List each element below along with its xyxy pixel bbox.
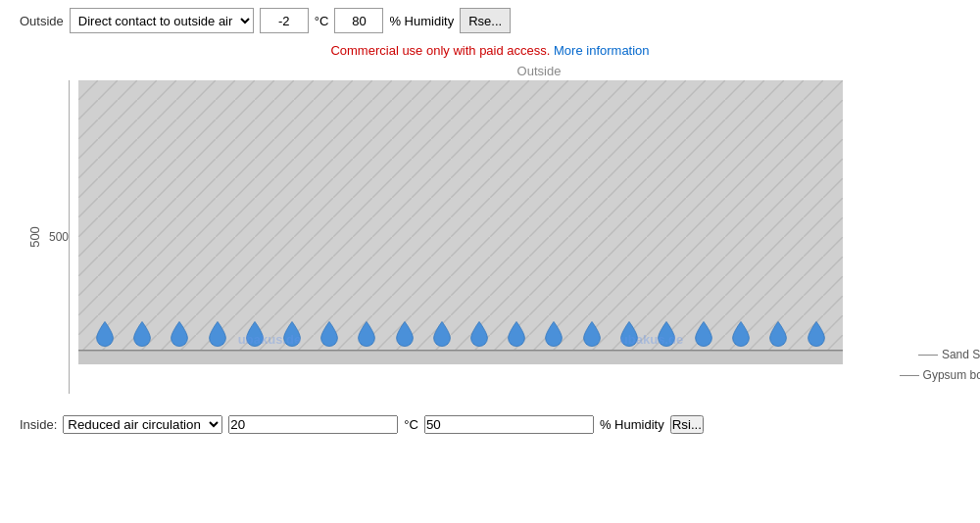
inside-temp-input[interactable] [228, 415, 398, 434]
droplet-10 [431, 320, 453, 351]
inside-temp-unit: °C [404, 417, 418, 432]
inside-humidity-input[interactable] [424, 415, 594, 434]
droplets-container [78, 320, 843, 351]
droplet-15 [618, 320, 640, 351]
outside-temp-input[interactable] [260, 8, 309, 33]
droplet-20 [806, 320, 827, 351]
baseline [78, 350, 843, 351]
outside-humidity-input[interactable] [334, 8, 383, 33]
inside-type-select[interactable]: Reduced air circulation Normal air circu… [63, 415, 222, 434]
droplet-12 [506, 320, 527, 351]
droplet-17 [693, 320, 714, 351]
droplet-7 [318, 320, 340, 351]
outside-axis-label: Outside [118, 64, 960, 78]
droplet-4 [207, 320, 228, 351]
wall-layer [78, 80, 843, 353]
droplet-3 [169, 320, 190, 351]
inside-label: Inside: [20, 417, 57, 432]
gypsum-label: Gypsum board (12,5mm) [900, 368, 980, 382]
droplet-13 [543, 320, 564, 351]
y-tick: 500 [49, 230, 69, 244]
commercial-paid-text: Commercial use only with paid access. [330, 43, 550, 58]
commercial-notice: Commercial use only with paid access. Mo… [0, 41, 980, 64]
rsi-button[interactable]: Rsi... [670, 415, 704, 434]
droplet-14 [581, 320, 603, 351]
more-info-link[interactable]: More information [554, 43, 650, 58]
droplet-1 [94, 320, 116, 351]
outside-humidity-unit: % Humidity [389, 14, 454, 28]
droplet-18 [730, 320, 752, 351]
droplet-6 [281, 320, 303, 351]
y-axis-label: 500 [27, 226, 42, 248]
outside-label: Outside [20, 14, 64, 28]
droplet-16 [656, 320, 677, 351]
droplet-5 [244, 320, 266, 351]
droplet-19 [767, 320, 789, 351]
inside-humidity-unit: % Humidity [600, 417, 664, 432]
outside-temp-unit: °C [315, 14, 329, 28]
droplet-9 [394, 320, 416, 351]
gypsum-layer [78, 351, 843, 364]
top-bar: Outside Direct contact to outside air °C… [0, 0, 980, 41]
bottom-bar: Inside: Reduced air circulation Normal a… [0, 405, 980, 444]
droplet-8 [356, 320, 377, 351]
droplet-2 [131, 320, 153, 351]
outside-type-select[interactable]: Direct contact to outside air [70, 8, 254, 33]
rse-button[interactable]: Rse... [460, 8, 511, 33]
svg-rect-1 [78, 80, 843, 353]
chart-container: Sand Stone (500mm) Gypsum board (12,5mm) [78, 80, 843, 394]
droplet-11 [468, 320, 490, 351]
sandstone-label: Sand Stone (500mm) [918, 348, 980, 361]
